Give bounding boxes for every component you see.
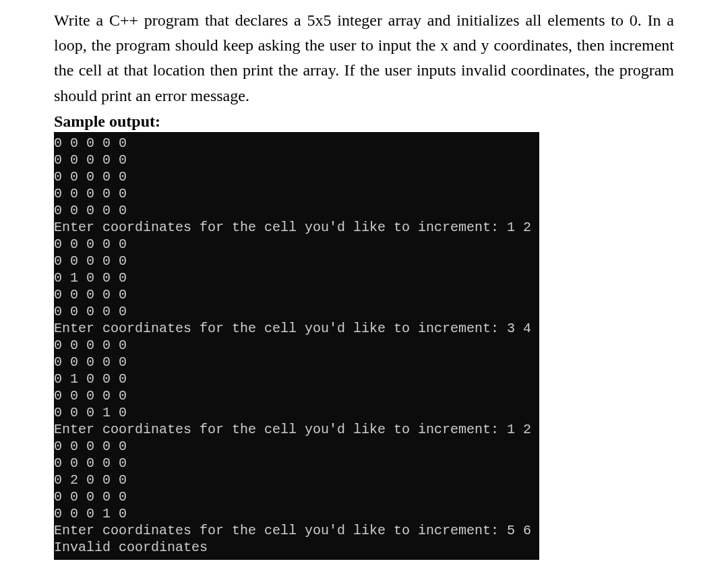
question-text: Write a C++ program that declares a 5x5 … [54, 8, 674, 108]
terminal-output: 0 0 0 0 0 0 0 0 0 0 0 0 0 0 0 0 0 0 0 0 … [54, 132, 539, 560]
sample-output-label: Sample output: [54, 113, 674, 131]
